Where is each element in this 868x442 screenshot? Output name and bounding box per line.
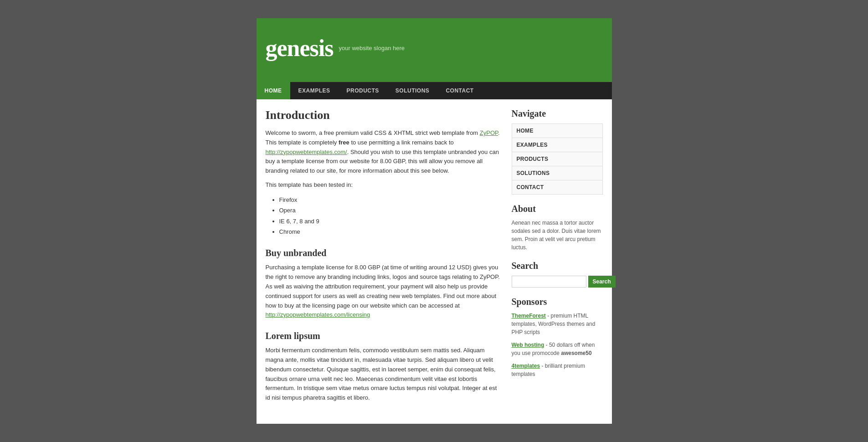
themeforest-link[interactable]: ThemeForest [512,313,546,319]
sidebar-nav-examples[interactable]: EXAMPLES [512,138,602,152]
buy-link[interactable]: http://zypopwebtemplates.com/licensing [266,311,370,318]
zypop-url-link[interactable]: http://zypopwebtemplates.com/ [266,149,347,155]
buy-paragraph: Purchasing a template license for 8.00 G… [266,263,503,320]
search-form: Search [512,276,603,288]
intro-text-before: Welcome to sworm, a free premium valid C… [266,129,480,136]
sidebar-nav-link-examples[interactable]: EXAMPLES [512,138,602,152]
content-wrapper: Introduction Welcome to sworm, a free pr… [257,99,612,416]
tested-firefox: Firefox [279,195,503,205]
intro-bold: free [339,139,349,146]
4templates-link[interactable]: 4templates [512,363,540,369]
sponsor-item-themeforest: ThemeForest - premium HTML templates, Wo… [512,312,603,336]
intro-title: Introduction [266,108,503,122]
sidebar-search-section: Search Search [512,261,603,288]
sidebar: Navigate HOME EXAMPLES PRODUCTS SOLUTION… [512,108,603,407]
nav-item-products[interactable]: PRODUCTS [339,82,387,99]
search-input[interactable] [512,276,586,288]
tested-ie: IE 6, 7, 8 and 9 [279,216,503,226]
tested-chrome: Chrome [279,226,503,237]
nav-link-home[interactable]: HOME [257,82,290,99]
sidebar-nav-contact[interactable]: CONTACT [512,180,602,194]
sidebar-nav-solutions[interactable]: SOLUTIONS [512,166,602,180]
nav-item-contact[interactable]: CONTACT [437,82,482,99]
lorem-paragraph: Morbi fermentum condimentum felis, commo… [266,346,503,403]
sidebar-nav-link-products[interactable]: PRODUCTS [512,152,602,166]
site-slogan: your website slogan here [339,45,405,51]
sidebar-nav-link-contact[interactable]: CONTACT [512,180,602,194]
zypop-link[interactable]: ZyPOP [480,129,498,136]
site-header: genesis your website slogan here [257,18,612,82]
search-button[interactable]: Search [588,276,616,288]
lorem-title: Lorem lipsum [266,331,503,341]
page-wrapper: genesis your website slogan here HOME EX… [257,18,612,424]
tested-label: This template has been tested in: [266,180,503,190]
nav-link-solutions[interactable]: SOLUTIONS [387,82,438,99]
buy-title: Buy unbranded [266,248,503,258]
sidebar-nav-link-solutions[interactable]: SOLUTIONS [512,166,602,180]
intro-paragraph-1: Welcome to sworm, a free premium valid C… [266,128,503,176]
tested-opera: Opera [279,205,503,216]
nav-link-examples[interactable]: EXAMPLES [290,82,339,99]
intro-text-after1: to use permitting a link remains back to [349,139,454,146]
nav-link-products[interactable]: PRODUCTS [339,82,387,99]
sidebar-nav-link-home[interactable]: HOME [512,124,602,138]
about-text: Aenean nec massa a tortor auctor sodales… [512,219,603,252]
search-title: Search [512,261,603,271]
tested-list: Firefox Opera IE 6, 7, 8 and 9 Chrome [279,195,503,237]
sidebar-about-section: About Aenean nec massa a tortor auctor s… [512,204,603,252]
promo-code: awesome50 [561,350,591,356]
sponsors-title: Sponsors [512,297,603,307]
nav-item-solutions[interactable]: SOLUTIONS [387,82,438,99]
sidebar-navigate-section: Navigate HOME EXAMPLES PRODUCTS SOLUTION… [512,108,603,195]
nav-item-examples[interactable]: EXAMPLES [290,82,339,99]
sidebar-nav-list: HOME EXAMPLES PRODUCTS SOLUTIONS CONTACT [512,123,603,195]
main-content: Introduction Welcome to sworm, a free pr… [266,108,503,407]
sponsor-item-4templates: 4templates - brilliant premium templates [512,362,603,378]
navigate-title: Navigate [512,108,603,119]
nav-link-contact[interactable]: CONTACT [437,82,482,99]
webhosting-link[interactable]: Web hosting [512,342,544,348]
main-nav: HOME EXAMPLES PRODUCTS SOLUTIONS CONTACT [257,82,612,99]
site-title: genesis [266,35,334,62]
nav-item-home[interactable]: HOME [257,82,290,99]
sidebar-nav-products[interactable]: PRODUCTS [512,152,602,166]
sidebar-nav-home[interactable]: HOME [512,124,602,138]
about-title: About [512,204,603,214]
sidebar-sponsors-section: Sponsors ThemeForest - premium HTML temp… [512,297,603,378]
nav-list: HOME EXAMPLES PRODUCTS SOLUTIONS CONTACT [257,82,612,99]
sponsor-item-webhosting: Web hosting - 50 dollars off when you us… [512,341,603,357]
buy-text: Purchasing a template license for 8.00 G… [266,264,500,308]
